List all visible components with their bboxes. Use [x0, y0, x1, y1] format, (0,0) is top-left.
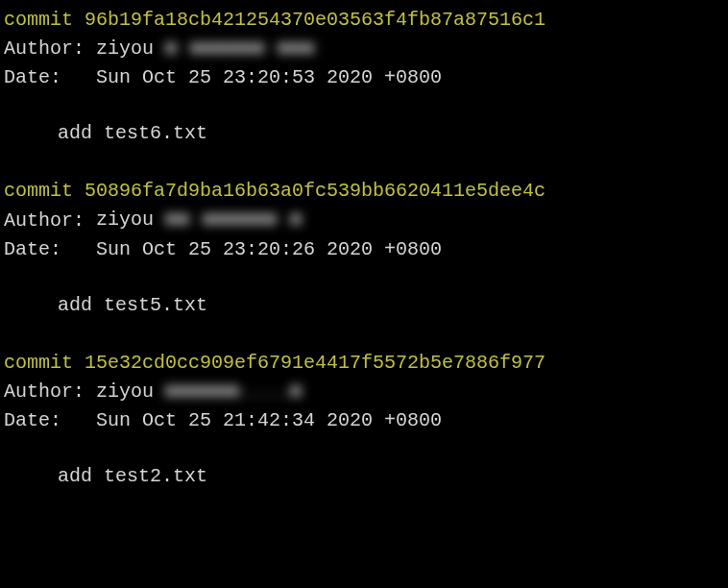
- author-line: Author: ziyou ■■ ■■■■■■ ■: [4, 206, 724, 234]
- commit-entry: commit 96b19fa18cb421254370e03563f4fb87a…: [4, 6, 724, 148]
- commit-hash: 96b19fa18cb421254370e03563f4fb87a87516c1: [85, 9, 546, 31]
- author-name: ziyou: [96, 37, 154, 60]
- date-line: Date: Sun Oct 25 23:20:26 2020 +0800: [4, 235, 724, 264]
- date-value: Sun Oct 25 23:20:53 2020 +0800: [96, 66, 442, 88]
- author-line: Author: ziyou ■■■■■■....■: [4, 378, 724, 406]
- date-label: Date:: [4, 406, 61, 435]
- date-line: Date: Sun Oct 25 21:42:34 2020 +0800: [4, 406, 724, 435]
- date-value: Sun Oct 25 23:20:26 2020 +0800: [96, 238, 442, 260]
- author-email-obscured: ■ ■■■■■■ ■■■: [165, 35, 315, 63]
- author-label: Author:: [4, 378, 85, 406]
- author-email-obscured: ■■ ■■■■■■ ■: [165, 206, 303, 234]
- date-value: Sun Oct 25 21:42:34 2020 +0800: [96, 409, 442, 431]
- commit-hash-line: commit 96b19fa18cb421254370e03563f4fb87a…: [4, 6, 724, 35]
- commit-label: commit: [4, 352, 73, 374]
- commit-label: commit: [4, 9, 73, 31]
- author-name: ziyou: [96, 380, 154, 403]
- author-email-obscured: ■■■■■■....■: [165, 378, 303, 406]
- commit-hash: 15e32cd0cc909ef6791e4417f5572b5e7886f977: [85, 352, 546, 374]
- author-label: Author:: [4, 35, 85, 63]
- author-name: ziyou: [96, 209, 154, 232]
- commit-hash: 50896fa7d9ba16b63a0fc539bb6620411e5dee4c: [85, 180, 546, 202]
- commit-hash-line: commit 50896fa7d9ba16b63a0fc539bb6620411…: [4, 177, 724, 206]
- commit-label: commit: [4, 180, 73, 202]
- commit-message: add test2.txt: [4, 462, 724, 491]
- date-label: Date:: [4, 235, 61, 264]
- date-line: Date: Sun Oct 25 23:20:53 2020 +0800: [4, 63, 724, 92]
- author-label: Author:: [4, 207, 85, 235]
- author-line: Author: ziyou ■ ■■■■■■ ■■■: [4, 35, 724, 63]
- commit-hash-line: commit 15e32cd0cc909ef6791e4417f5572b5e7…: [4, 349, 724, 378]
- terminal-output: commit 96b19fa18cb421254370e03563f4fb87a…: [4, 6, 724, 491]
- date-label: Date:: [4, 63, 61, 92]
- commit-message: add test5.txt: [4, 291, 724, 320]
- commit-entry: commit 50896fa7d9ba16b63a0fc539bb6620411…: [4, 177, 724, 319]
- commit-entry: commit 15e32cd0cc909ef6791e4417f5572b5e7…: [4, 349, 724, 491]
- commit-message: add test6.txt: [4, 119, 724, 148]
